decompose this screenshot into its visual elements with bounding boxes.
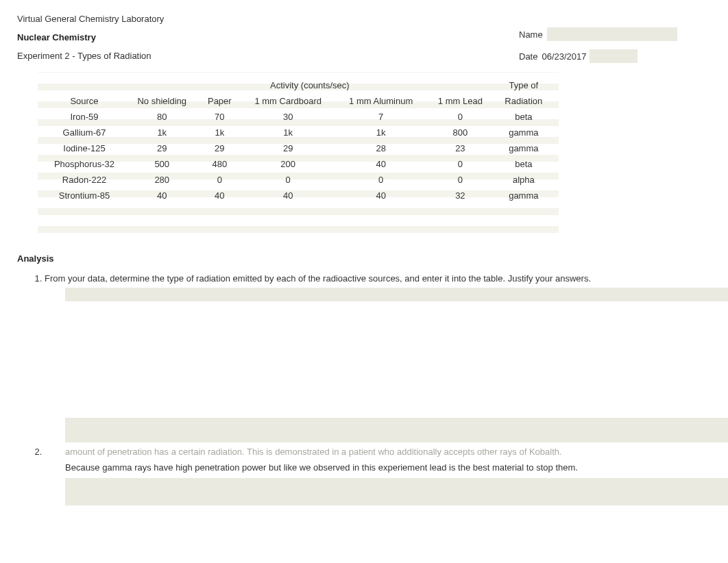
experiment-title: Experiment 2 - Types of Radiation xyxy=(17,51,519,61)
cell-paper: 480 xyxy=(198,156,241,172)
cell-source: Gallium-67 xyxy=(43,125,125,140)
name-label: Name xyxy=(519,29,543,40)
cell-lead: 0 xyxy=(426,156,494,172)
cell-type: gamma xyxy=(494,125,553,140)
answer-input-q2-line2[interactable] xyxy=(65,478,728,505)
cell-cardboard: 0 xyxy=(241,172,335,188)
cell-aluminum: 0 xyxy=(335,172,426,188)
col-header-cardboard: 1 mm Cardboard xyxy=(241,93,335,109)
cell-source: Phosphorus-32 xyxy=(43,156,125,172)
cell-paper: 70 xyxy=(198,109,241,125)
cell-no_shield: 280 xyxy=(125,172,198,188)
cell-cardboard: 200 xyxy=(241,156,335,172)
cell-aluminum: 28 xyxy=(335,140,426,156)
cell-cardboard: 1k xyxy=(241,125,335,140)
table-row: Iodine-1252929292823gamma xyxy=(43,140,553,156)
cell-type: beta xyxy=(494,109,553,125)
col-header-no-shield: No shielding xyxy=(125,93,198,109)
cell-type: gamma xyxy=(494,140,553,156)
col-header-paper: Paper xyxy=(198,93,241,109)
question-1: From your data, determine the type of ra… xyxy=(45,273,711,301)
cell-aluminum: 1k xyxy=(335,125,426,140)
table-row: Gallium-671k1k1k1k800gamma xyxy=(43,125,553,140)
cell-source: Iodine-125 xyxy=(43,140,125,156)
radiation-data-table: Source Activity (counts/sec) Type of No … xyxy=(43,77,553,203)
cell-paper: 29 xyxy=(198,140,241,156)
analysis-heading: Analysis xyxy=(17,253,711,264)
name-input[interactable] xyxy=(547,27,677,41)
col-header-type-l2: Radiation xyxy=(494,93,553,109)
cell-cardboard: 29 xyxy=(241,140,335,156)
date-label: Date xyxy=(519,51,537,62)
col-header-lead: 1 mm Lead xyxy=(426,93,494,109)
cell-no_shield: 500 xyxy=(125,156,198,172)
lab-title: Virtual General Chemistry Laboratory xyxy=(17,14,519,24)
table-row: Radon-2222800000alpha xyxy=(43,172,553,188)
date-value: 06/23/2017 xyxy=(542,51,586,62)
col-header-type-l1: Type of xyxy=(494,77,553,93)
cell-aluminum: 40 xyxy=(335,188,426,203)
answer-text-q2: Because gamma rays have high penetration… xyxy=(65,462,728,473)
answer-input-q2-line1[interactable] xyxy=(65,418,728,442)
col-header-activity: Activity (counts/sec) xyxy=(125,77,494,93)
cell-paper: 1k xyxy=(198,125,241,140)
cell-lead: 0 xyxy=(426,109,494,125)
data-table-container: Source Activity (counts/sec) Type of No … xyxy=(38,72,559,233)
cell-aluminum: 7 xyxy=(335,109,426,125)
question-1-text: From your data, determine the type of ra… xyxy=(45,273,591,284)
cell-cardboard: 30 xyxy=(241,109,335,125)
cell-source: Radon-222 xyxy=(43,172,125,188)
cell-lead: 800 xyxy=(426,125,494,140)
cell-cardboard: 40 xyxy=(241,188,335,203)
cell-lead: 32 xyxy=(426,188,494,203)
cell-type: beta xyxy=(494,156,553,172)
col-header-aluminum: 1 mm Aluminum xyxy=(335,93,426,109)
cell-paper: 0 xyxy=(198,172,241,188)
col-header-source: Source xyxy=(43,77,125,109)
cell-no_shield: 29 xyxy=(125,140,198,156)
cell-no_shield: 1k xyxy=(125,125,198,140)
answer-input-q1-line1[interactable] xyxy=(65,288,728,301)
cell-paper: 40 xyxy=(198,188,241,203)
table-row: Iron-5980703070beta xyxy=(43,109,553,125)
date-input-extra[interactable] xyxy=(590,49,638,63)
cell-lead: 23 xyxy=(426,140,494,156)
cell-source: Iron-59 xyxy=(43,109,125,125)
faded-prior-text: amount of penetration has a certain radi… xyxy=(65,447,728,457)
table-row: Strontium-854040404032gamma xyxy=(43,188,553,203)
cell-no_shield: 40 xyxy=(125,188,198,203)
cell-source: Strontium-85 xyxy=(43,188,125,203)
table-row: Phosphorus-32500480200400beta xyxy=(43,156,553,172)
cell-type: gamma xyxy=(494,188,553,203)
cell-no_shield: 80 xyxy=(125,109,198,125)
question-2: amount of penetration has a certain radi… xyxy=(45,418,711,505)
cell-type: alpha xyxy=(494,172,553,188)
cell-aluminum: 40 xyxy=(335,156,426,172)
course-title: Nuclear Chemistry xyxy=(17,32,519,42)
cell-lead: 0 xyxy=(426,172,494,188)
